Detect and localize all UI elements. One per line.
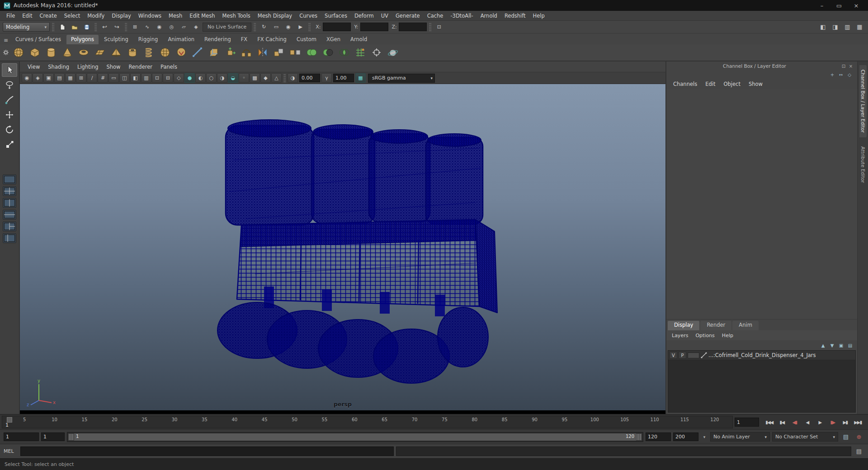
- resolution-gate-icon[interactable]: ◫: [119, 73, 130, 83]
- menu-set-selector[interactable]: Modeling ▾: [3, 22, 50, 32]
- menubar-item[interactable]: Generate: [392, 13, 424, 19]
- redo-button[interactable]: ↪: [111, 22, 123, 32]
- toolbar-separator[interactable]: [52, 23, 54, 32]
- layer-list[interactable]: V P ...:Cofrimell_Cold_Drink_Dispenser_4…: [668, 350, 856, 413]
- menubar-item[interactable]: UV: [377, 13, 392, 19]
- ipr-render-button[interactable]: ▶: [295, 22, 306, 32]
- scale-tool-button[interactable]: [2, 138, 17, 151]
- color-management-icon[interactable]: ▦: [355, 73, 366, 83]
- panel-menu-item[interactable]: Show: [103, 64, 125, 70]
- menubar-item[interactable]: Help: [529, 13, 548, 19]
- quad-draw-button[interactable]: [353, 45, 368, 60]
- range-end-handle[interactable]: [636, 433, 642, 441]
- menubar-item[interactable]: Modify: [84, 13, 108, 19]
- gamma-field[interactable]: [333, 74, 354, 82]
- menubar-item[interactable]: Mesh: [165, 13, 186, 19]
- combine-button[interactable]: [271, 45, 287, 60]
- x-coordinate-field[interactable]: [323, 23, 351, 31]
- new-layer-from-selected-icon[interactable]: ▤: [847, 343, 854, 348]
- layout-four-pane-button[interactable]: [3, 186, 16, 196]
- target-weld-button[interactable]: [369, 45, 384, 60]
- layout-three-pane-button[interactable]: [3, 221, 16, 231]
- undo-button[interactable]: ↩: [99, 22, 110, 32]
- range-bar[interactable]: [68, 433, 642, 441]
- layout-single-pane-button[interactable]: [3, 174, 16, 184]
- save-scene-button[interactable]: [81, 22, 92, 32]
- new-empty-layer-icon[interactable]: ▣: [838, 343, 844, 348]
- script-editor-icon[interactable]: ▤: [854, 446, 864, 456]
- shelf-tab-curves-surfaces[interactable]: Curves / Surfaces: [11, 35, 66, 44]
- multi-cut-button[interactable]: [190, 45, 205, 60]
- 2d-pan-zoom-icon[interactable]: ⊞: [76, 73, 86, 83]
- poly-sphere-button[interactable]: [11, 45, 26, 60]
- menubar-item[interactable]: Select: [61, 13, 84, 19]
- smooth-button[interactable]: [157, 45, 173, 60]
- layer-editor-menu-item[interactable]: Layers: [668, 333, 692, 338]
- paint-select-tool-button[interactable]: [2, 93, 17, 107]
- channel-manip-icon[interactable]: +: [829, 72, 835, 77]
- range-track[interactable]: 1 120: [67, 432, 643, 442]
- poly-cube-button[interactable]: [27, 45, 42, 60]
- selection-mask-button[interactable]: ⊡: [434, 22, 445, 32]
- shelf-tab-animation[interactable]: Animation: [163, 35, 199, 44]
- quick-render-button[interactable]: ◉: [283, 22, 294, 32]
- title-bar[interactable]: Autodesk Maya 2016: untitled* – ▭ ×: [0, 0, 868, 11]
- layout-two-pane-side-button[interactable]: [3, 198, 16, 208]
- live-surface-field[interactable]: No Live Surface: [203, 23, 251, 32]
- lock-camera-icon[interactable]: ◈: [33, 73, 43, 83]
- menubar-item[interactable]: Surfaces: [321, 13, 351, 19]
- move-layer-up-icon[interactable]: ▲: [820, 343, 826, 348]
- toggle-channel-box-button[interactable]: ▦: [854, 22, 865, 32]
- menubar-item[interactable]: Mesh Tools: [219, 13, 254, 19]
- channel-box-menu-item[interactable]: Channels: [669, 81, 701, 87]
- panel-menu-item[interactable]: Lighting: [73, 64, 102, 70]
- viewport-canvas[interactable]: y x z persp: [20, 84, 665, 410]
- poly-cylinder-button[interactable]: [43, 45, 59, 60]
- film-gate-icon[interactable]: ▭: [108, 73, 119, 83]
- camera-attributes-icon[interactable]: ▣: [43, 73, 54, 83]
- layout-two-pane-stacked-button[interactable]: [3, 210, 16, 220]
- exposure-icon[interactable]: ◑: [288, 73, 298, 83]
- menubar-item[interactable]: Mesh Display: [254, 13, 296, 19]
- menubar-item[interactable]: Deform: [351, 13, 377, 19]
- poly-pipe-button[interactable]: [125, 45, 140, 60]
- shelf-tab-polygons[interactable]: Polygons: [66, 35, 99, 44]
- range-start-handle[interactable]: [68, 433, 74, 441]
- layer-editor-menu-item[interactable]: Help: [718, 333, 737, 338]
- window-maximize-button[interactable]: ▭: [831, 1, 847, 10]
- command-input[interactable]: [20, 446, 394, 456]
- channel-box-menu-item[interactable]: Show: [745, 81, 767, 87]
- current-frame-field[interactable]: [735, 418, 759, 427]
- toolbar-separator[interactable]: [125, 23, 127, 32]
- mirror-button[interactable]: [255, 45, 270, 60]
- default-material-icon[interactable]: ○: [206, 73, 217, 83]
- toolbar-separator[interactable]: [94, 23, 97, 32]
- view-transform-dropdown[interactable]: sRGB gamma ▾: [368, 74, 435, 83]
- menubar-item[interactable]: -3DtoAll-: [447, 13, 476, 19]
- move-tool-button[interactable]: [2, 108, 17, 122]
- textured-mode-icon[interactable]: ◐: [195, 73, 206, 83]
- toggle-attribute-editor-button[interactable]: ◨: [830, 22, 841, 32]
- layer-editor-menu-item[interactable]: Options: [692, 333, 718, 338]
- range-preset-chevron-icon[interactable]: ▾: [701, 432, 708, 442]
- shelf-tab-xgen[interactable]: XGen: [322, 35, 345, 44]
- multisample-icon[interactable]: ▩: [250, 73, 260, 83]
- poly-helix-button[interactable]: [141, 45, 156, 60]
- lasso-tool-button[interactable]: [2, 78, 17, 92]
- panel-menu-item[interactable]: Panels: [156, 64, 181, 70]
- field-chart-icon[interactable]: ▥: [141, 73, 151, 83]
- go-to-end-button[interactable]: ▶▶▮: [852, 420, 863, 425]
- motion-blur-icon[interactable]: ◦: [239, 73, 249, 83]
- separate-button[interactable]: [288, 45, 303, 60]
- extrude-button[interactable]: [222, 45, 238, 60]
- shelf-menu-icon[interactable]: ≡: [2, 36, 10, 44]
- shelf-tab-rendering[interactable]: Rendering: [200, 35, 236, 44]
- wireframe-mode-icon[interactable]: ◇: [174, 73, 184, 83]
- y-coordinate-field[interactable]: [360, 23, 388, 31]
- sidebar-tab-channel-box[interactable]: Channel Box / Layer Editor: [859, 65, 867, 137]
- layer-playback-toggle[interactable]: P: [679, 352, 686, 359]
- menubar-item[interactable]: Curves: [296, 13, 321, 19]
- reduce-button[interactable]: [174, 45, 189, 60]
- menubar-item[interactable]: Cache: [424, 13, 447, 19]
- menubar-item[interactable]: File: [3, 13, 19, 19]
